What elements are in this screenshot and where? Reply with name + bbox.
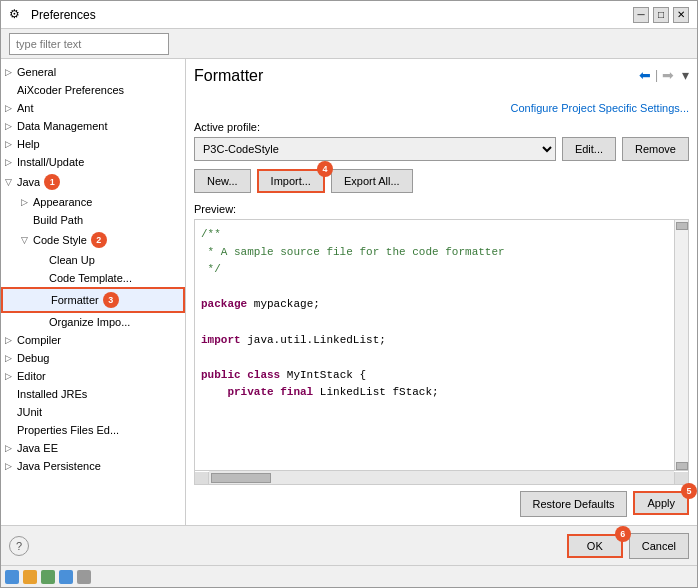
tree-item-aixcoder[interactable]: AiXcoder Preferences: [1, 81, 185, 99]
tree-label-java-persistence: Java Persistence: [17, 460, 101, 472]
tree-item-appearance[interactable]: ▷ Appearance: [1, 193, 185, 211]
preferences-window: ⚙ Preferences ─ □ ✕ ▷ General: [0, 0, 698, 588]
status-icon-5: [77, 570, 91, 584]
code-style-badge: 2: [91, 232, 107, 248]
tree-item-build-path[interactable]: Build Path: [1, 211, 185, 229]
tree-label-help: Help: [17, 138, 40, 150]
remove-button[interactable]: Remove: [622, 137, 689, 161]
expander-general: ▷: [5, 67, 17, 77]
title-bar: ⚙ Preferences ─ □ ✕: [1, 1, 697, 29]
minimize-button[interactable]: ─: [633, 7, 649, 23]
tree-item-formatter[interactable]: Formatter 3: [1, 287, 185, 313]
expander-java: ▽: [5, 177, 17, 187]
tree-label-installed-jres: Installed JREs: [17, 388, 87, 400]
expander-install: ▷: [5, 157, 17, 167]
tree-label-aixcoder: AiXcoder Preferences: [17, 84, 124, 96]
tree-item-clean-up[interactable]: Clean Up: [1, 251, 185, 269]
expander-help: ▷: [5, 139, 17, 149]
maximize-button[interactable]: □: [653, 7, 669, 23]
nav-forward-icon[interactable]: ➡: [662, 67, 674, 83]
tree-item-junit[interactable]: JUnit: [1, 403, 185, 421]
main-area: ▷ General AiXcoder Preferences ▷ Ant: [1, 59, 697, 525]
tree-label-compiler: Compiler: [17, 334, 61, 346]
profile-select[interactable]: P3C-CodeStyle: [194, 137, 556, 161]
right-panel: Formatter ⬅ | ➡ ▾ Configure Project Spec…: [186, 59, 697, 525]
status-icon-3: [41, 570, 55, 584]
left-panel: ▷ General AiXcoder Preferences ▷ Ant: [1, 59, 186, 525]
expander-java-ee: ▷: [5, 443, 17, 453]
new-button[interactable]: New...: [194, 169, 251, 193]
tree-label-code-style: Code Style: [33, 234, 87, 246]
tree-label-java: Java: [17, 176, 40, 188]
restore-apply-row: Restore Defaults Apply 5: [194, 491, 689, 517]
tree-label-organize-imports: Organize Impo...: [49, 316, 130, 328]
help-button[interactable]: ?: [9, 536, 29, 556]
status-icon-4: [59, 570, 73, 584]
nav-back-icon[interactable]: ⬅: [639, 67, 651, 83]
close-button[interactable]: ✕: [673, 7, 689, 23]
tree-item-code-style[interactable]: ▽ Code Style 2: [1, 229, 185, 251]
tree-item-general[interactable]: ▷ General: [1, 63, 185, 81]
scroll-down-arrow[interactable]: [676, 462, 688, 470]
scroll-right-arrow[interactable]: [674, 472, 688, 484]
tree-item-debug[interactable]: ▷ Debug: [1, 349, 185, 367]
window-icon: ⚙: [9, 7, 25, 23]
tree-item-help[interactable]: ▷ Help: [1, 135, 185, 153]
bottom-bar: ? OK 6 Cancel: [1, 525, 697, 565]
tree-label-debug: Debug: [17, 352, 49, 364]
tree-item-organize-imports[interactable]: Organize Impo...: [1, 313, 185, 331]
right-header: Formatter ⬅ | ➡ ▾: [194, 67, 689, 93]
title-bar-controls: ─ □ ✕: [633, 7, 689, 23]
preview-line-1: /**: [201, 228, 221, 240]
tree-item-java-persistence[interactable]: ▷ Java Persistence: [1, 457, 185, 475]
tree-item-code-template[interactable]: Code Template...: [1, 269, 185, 287]
filter-input[interactable]: [9, 33, 169, 55]
tree-item-properties[interactable]: Properties Files Ed...: [1, 421, 185, 439]
tree-label-general: General: [17, 66, 56, 78]
bottom-right: OK 6 Cancel: [567, 533, 689, 559]
tree-item-editor[interactable]: ▷ Editor: [1, 367, 185, 385]
profile-row: P3C-CodeStyle Edit... Remove: [194, 137, 689, 161]
import-button[interactable]: Import...: [257, 169, 325, 193]
tree-item-java[interactable]: ▽ Java 1: [1, 171, 185, 193]
tree-label-editor: Editor: [17, 370, 46, 382]
tree-label-appearance: Appearance: [33, 196, 92, 208]
ok-button[interactable]: OK: [567, 534, 623, 558]
nav-menu-icon[interactable]: ▾: [682, 67, 689, 83]
tree-item-data-mgmt[interactable]: ▷ Data Management: [1, 117, 185, 135]
tree-item-installed-jres[interactable]: Installed JREs: [1, 385, 185, 403]
hscroll-thumb[interactable]: [211, 473, 271, 483]
import-badge: 4: [317, 161, 333, 177]
apply-button[interactable]: Apply: [633, 491, 689, 515]
status-icon-1: [5, 570, 19, 584]
scroll-left-arrow[interactable]: [195, 472, 209, 484]
tree-item-install[interactable]: ▷ Install/Update: [1, 153, 185, 171]
formatter-badge: 3: [103, 292, 119, 308]
expander-appearance: ▷: [21, 197, 33, 207]
preview-line-3: */: [201, 263, 221, 275]
tree-label-build-path: Build Path: [33, 214, 83, 226]
expander-ant: ▷: [5, 103, 17, 113]
action-buttons-row: New... Import... 4 Export All...: [194, 169, 689, 193]
restore-defaults-button[interactable]: Restore Defaults: [520, 491, 628, 517]
tree-item-java-ee[interactable]: ▷ Java EE: [1, 439, 185, 457]
export-all-button[interactable]: Export All...: [331, 169, 413, 193]
tree-label-junit: JUnit: [17, 406, 42, 418]
tree-label-formatter: Formatter: [51, 294, 99, 306]
expander-data-mgmt: ▷: [5, 121, 17, 131]
tree-label-data-mgmt: Data Management: [17, 120, 108, 132]
scroll-up-arrow[interactable]: [676, 222, 688, 230]
expander-code-style: ▽: [21, 235, 33, 245]
tree-item-compiler[interactable]: ▷ Compiler: [1, 331, 185, 349]
preview-scrollbar-v[interactable]: [674, 220, 688, 470]
filter-toolbar: [1, 29, 697, 59]
preview-wrapper: /** * A sample source file for the code …: [194, 219, 689, 471]
configure-link[interactable]: Configure Project Specific Settings...: [510, 102, 689, 114]
tree-item-ant[interactable]: ▷ Ant: [1, 99, 185, 117]
cancel-button[interactable]: Cancel: [629, 533, 689, 559]
edit-button[interactable]: Edit...: [562, 137, 616, 161]
expander-debug: ▷: [5, 353, 17, 363]
preview-hscroll[interactable]: [194, 471, 689, 485]
preview-content: /** * A sample source file for the code …: [195, 220, 674, 470]
preview-line-10: private final LinkedList fStack;: [201, 386, 439, 398]
